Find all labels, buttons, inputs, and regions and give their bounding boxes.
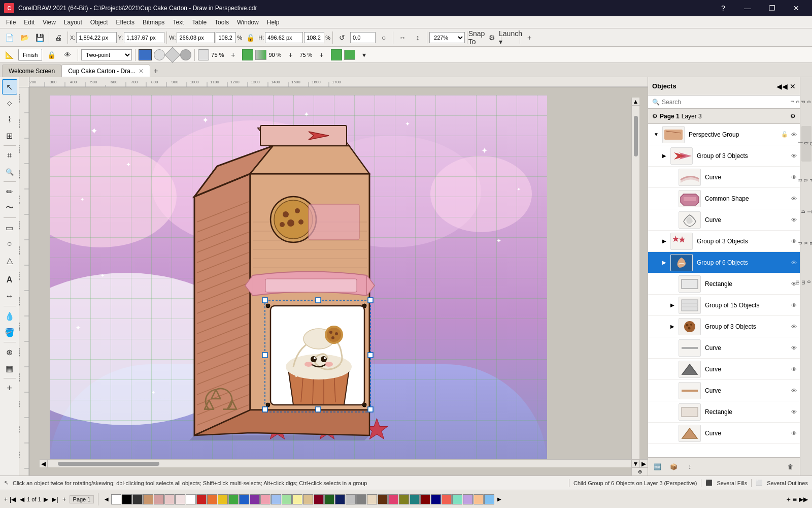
obj-common-shape[interactable]: ▶ Common Shape 👁	[648, 188, 800, 209]
eye-icon-9[interactable]: 👁	[790, 301, 798, 309]
swatch-lavender[interactable]	[463, 494, 473, 504]
tab-close-icon[interactable]: ✕	[139, 68, 144, 75]
w-input[interactable]	[177, 32, 215, 43]
eyedropper-tool-btn[interactable]: 💧	[2, 308, 17, 324]
menu-item-tools[interactable]: Tools	[211, 18, 233, 27]
h-pct[interactable]	[304, 32, 324, 43]
eye-icon-3[interactable]: 👁	[790, 173, 798, 181]
restore-btn[interactable]: ❐	[760, 0, 784, 16]
objects-tab[interactable]: Obj	[801, 126, 811, 162]
select-tool-btn[interactable]: ↖	[2, 79, 17, 94]
straighten-tool-btn[interactable]: ⌇	[2, 112, 17, 127]
layer-settings-btn[interactable]: ⚙	[652, 113, 658, 120]
swatch-red[interactable]	[196, 494, 207, 504]
swatch-gray1[interactable]	[346, 494, 356, 504]
open-btn[interactable]: 📂	[17, 30, 31, 45]
w-pct[interactable]	[216, 32, 236, 43]
obj-curve-1[interactable]: ▶ Curve 👁	[648, 167, 800, 188]
finish-btn[interactable]: Finish	[18, 49, 42, 61]
menu-item-window[interactable]: Window	[233, 18, 263, 27]
search-input[interactable]	[662, 99, 796, 106]
obj-curve-3[interactable]: ▶ Curve 👁	[648, 337, 800, 359]
swatch-darkred[interactable]	[314, 494, 324, 504]
v-scrollbar[interactable]: ▲ ▼	[631, 98, 639, 467]
smartdraw-tool-btn[interactable]: 〜	[2, 200, 17, 215]
swatch-blue[interactable]	[239, 494, 249, 504]
swatch-beige[interactable]	[367, 494, 377, 504]
swatch-olive[interactable]	[399, 494, 409, 504]
menu-item-table[interactable]: Table	[188, 18, 211, 27]
expand-group15[interactable]: ▶	[668, 301, 676, 309]
swatch-purple[interactable]	[250, 494, 260, 504]
swatch-gray2[interactable]	[356, 494, 366, 504]
swatch-ltblue[interactable]	[271, 494, 281, 504]
swatch-darkgreen[interactable]	[324, 494, 334, 504]
add-page-btn2[interactable]: +	[60, 495, 69, 503]
panel-close-btn[interactable]: ✕	[790, 82, 796, 90]
objects-search-bar[interactable]: 🔍	[648, 96, 800, 109]
freehand-tool-btn[interactable]: ✏	[2, 184, 17, 199]
swatch-pink1[interactable]	[154, 494, 164, 504]
eye-icon-11[interactable]: 👁	[790, 344, 798, 352]
obj-group3-1[interactable]: ▶ Group of 3 Objects 👁	[648, 145, 800, 167]
eye-icon-12[interactable]: 👁	[790, 365, 798, 373]
color-diamond2[interactable]	[178, 47, 194, 62]
help-btn[interactable]: ?	[712, 0, 735, 16]
angle-input[interactable]	[350, 32, 376, 43]
zoom-fit-btn[interactable]: ⊕	[631, 467, 648, 475]
swatch-rose[interactable]	[388, 494, 398, 504]
eye-icon-14[interactable]: 👁	[790, 408, 798, 416]
eye-btn[interactable]: 👁	[60, 48, 75, 62]
opacity-add4[interactable]: ▾	[357, 48, 371, 62]
opacity-add1[interactable]: +	[226, 48, 240, 62]
color-green2[interactable]	[331, 49, 342, 60]
h-scrollbar[interactable]: ◀ ▶	[40, 459, 648, 467]
menu-item-bitmaps[interactable]: Bitmaps	[139, 18, 168, 27]
h-scroll-thumb[interactable]	[58, 462, 159, 466]
obj-group6[interactable]: ▶ Group of 6 Objects 👁	[648, 252, 800, 273]
tags-tab[interactable]: Tg	[801, 199, 811, 225]
opacity-add3[interactable]: +	[315, 48, 329, 62]
menu-item-layout[interactable]: Layout	[60, 18, 86, 27]
transform-tool-btn[interactable]: ⊞	[2, 128, 17, 143]
obj-curve-4[interactable]: ▶ Curve 👁	[648, 359, 800, 380]
drawing-tab[interactable]: Cup Cake Carton - Dra... ✕	[61, 65, 150, 77]
swatch-none[interactable]	[111, 494, 121, 504]
swatch-black[interactable]	[122, 494, 132, 504]
y-input[interactable]: 1,137.67 px	[124, 32, 164, 43]
lock-ratio-btn[interactable]: 🔒	[243, 30, 257, 45]
lock-icon-1[interactable]: 🔓	[781, 131, 789, 139]
menu-item-effects[interactable]: Effects	[112, 18, 139, 27]
swatch-sky[interactable]	[484, 494, 494, 504]
text-tool-btn[interactable]: A	[2, 272, 17, 288]
eye-icon-10[interactable]: 👁	[790, 323, 798, 331]
swatch-ltpink[interactable]	[260, 494, 270, 504]
obj-curve-2[interactable]: ▶ Curve 👁	[648, 209, 800, 231]
dimension-tool-btn[interactable]: ↔	[2, 289, 17, 304]
menu-item-text[interactable]: Text	[168, 18, 188, 27]
minimize-btn[interactable]: —	[736, 0, 759, 16]
palette-left-btn[interactable]: ◀	[103, 495, 111, 503]
polygon-tool-btn[interactable]: △	[2, 252, 17, 268]
add-panel-btn[interactable]: +	[522, 30, 536, 45]
swatch-white[interactable]	[186, 494, 196, 504]
properties-tab[interactable]: Proper	[801, 79, 811, 125]
expand-group6[interactable]: ▶	[660, 259, 668, 267]
ellipse-tool-btn[interactable]: ○	[2, 236, 17, 251]
swatch-darkblue[interactable]	[335, 494, 345, 504]
expand-group3-1[interactable]: ▶	[660, 152, 668, 160]
comments-tab[interactable]: Comm	[801, 262, 811, 303]
obj-perspective-group[interactable]: ▼ Perspective Group 🔓 👁	[648, 124, 800, 145]
add-style-btn[interactable]: +	[787, 495, 791, 503]
mode-select[interactable]: Two-point One-point Three-point	[81, 49, 132, 60]
crop-tool-btn[interactable]: ⌗	[2, 148, 17, 163]
menu-item-object[interactable]: Object	[86, 18, 112, 27]
swatch-yellow[interactable]	[218, 494, 228, 504]
add-page-btn[interactable]: +	[2, 380, 17, 396]
obj-group3-3[interactable]: ▶ Group of 3 Objects 👁	[648, 316, 800, 337]
color-diamond1[interactable]	[165, 47, 181, 62]
h-input[interactable]	[265, 32, 303, 43]
pages-tab[interactable]: Pag	[801, 163, 811, 198]
eye-icon-2[interactable]: 👁	[790, 152, 798, 160]
lock-btn[interactable]: 🔒	[44, 48, 58, 62]
